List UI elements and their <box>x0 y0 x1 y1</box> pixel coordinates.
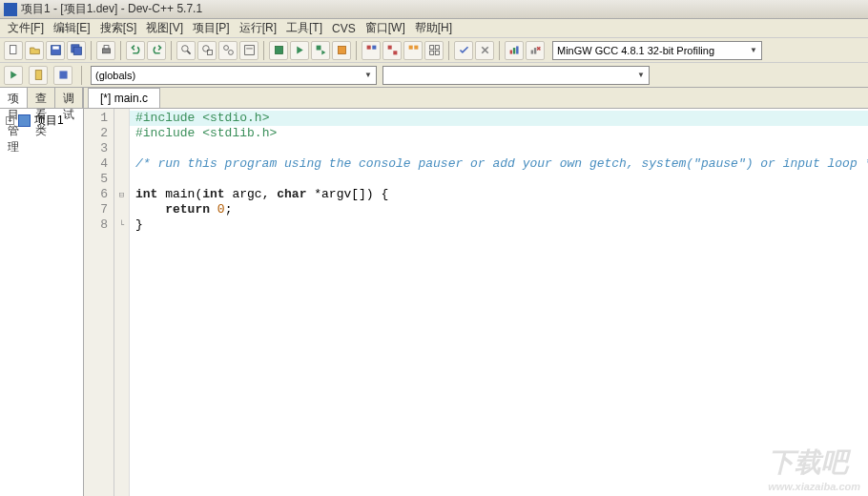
svg-rect-30 <box>516 46 518 53</box>
menu-run[interactable]: 运行[R] <box>239 20 277 36</box>
menu-help[interactable]: 帮助[H] <box>415 20 452 36</box>
svg-rect-34 <box>59 71 67 78</box>
rebuild-button[interactable] <box>332 41 351 60</box>
separator <box>499 41 500 60</box>
menu-search[interactable]: 搜索[S] <box>100 20 137 36</box>
bookmark-button[interactable] <box>29 66 48 85</box>
svg-rect-33 <box>35 71 42 80</box>
tab-project[interactable]: 项目管理 <box>0 88 28 108</box>
chevron-down-icon: ▼ <box>364 71 372 79</box>
separator <box>91 41 92 60</box>
open-button[interactable] <box>25 41 44 60</box>
line-number: 6 <box>84 187 114 202</box>
run-button[interactable] <box>290 41 309 60</box>
toolbar-secondary: (globals) ▼ ▼ <box>0 63 868 88</box>
code-editor[interactable]: 1 2 3 4 5 6 7 8 ⊟ └ #include <stdio.h> <box>84 109 868 496</box>
fold-marker <box>114 202 129 217</box>
goto-button[interactable] <box>4 66 23 85</box>
fold-gutter: ⊟ └ <box>114 109 130 496</box>
find-next-button[interactable] <box>218 41 238 60</box>
compiler-select[interactable]: MinGW GCC 4.8.1 32-bit Profiling ▼ <box>552 41 762 60</box>
code-line: #include <stdio.h> <box>130 111 868 126</box>
svg-rect-27 <box>435 51 439 54</box>
svg-rect-23 <box>414 46 418 50</box>
fold-marker: └ <box>114 217 129 233</box>
code-lines[interactable]: #include <stdio.h> #include <stdlib.h> /… <box>130 109 868 496</box>
svg-rect-4 <box>73 47 81 54</box>
code-line: return 0; <box>130 202 868 217</box>
toggle-button[interactable] <box>53 66 72 85</box>
line-number: 7 <box>84 202 114 217</box>
grid-button[interactable] <box>424 41 444 60</box>
code-line: } <box>130 217 868 233</box>
profile-button[interactable] <box>403 41 423 60</box>
expand-icon[interactable]: + <box>6 116 14 125</box>
line-number: 8 <box>84 217 114 233</box>
svg-rect-21 <box>393 51 397 54</box>
code-line: /* run this program using the console pa… <box>130 156 868 172</box>
line-number: 2 <box>84 126 114 141</box>
line-gutter: 1 2 3 4 5 6 7 8 <box>84 109 114 496</box>
fold-marker[interactable]: ⊟ <box>114 187 129 202</box>
print-button[interactable] <box>96 41 115 60</box>
fold-marker <box>114 141 129 156</box>
close-button[interactable] <box>475 41 494 60</box>
fold-marker <box>114 156 129 172</box>
svg-rect-5 <box>102 49 110 53</box>
menu-file[interactable]: 文件[F] <box>8 20 44 36</box>
separator <box>263 41 264 60</box>
project-icon <box>18 114 31 127</box>
svg-point-9 <box>202 46 209 52</box>
menu-window[interactable]: 窗口[W] <box>365 20 405 36</box>
menu-view[interactable]: 视图[V] <box>146 20 183 36</box>
globals-select[interactable]: (globals) ▼ <box>91 66 377 85</box>
line-number: 1 <box>84 111 114 126</box>
fold-marker <box>114 172 129 187</box>
sidebar-tabs: 项目管理 查看类 调试 <box>0 88 83 109</box>
svg-rect-2 <box>52 46 59 49</box>
undo-button[interactable] <box>126 41 145 60</box>
svg-rect-25 <box>435 46 439 50</box>
line-number: 3 <box>84 141 114 156</box>
code-line: #include <stdlib.h> <box>130 126 868 141</box>
editor-pane: [*] main.c 1 2 3 4 5 6 7 8 ⊟ └ <box>84 88 868 496</box>
stop-button[interactable] <box>382 41 402 60</box>
check-button[interactable] <box>454 41 473 60</box>
window-title: 项目1 - [项目1.dev] - Dev-C++ 5.7.1 <box>21 1 202 17</box>
replace-button[interactable] <box>197 41 217 60</box>
save-button[interactable] <box>46 41 65 60</box>
menu-project[interactable]: 项目[P] <box>193 20 230 36</box>
find-button[interactable] <box>176 41 196 60</box>
menu-cvs[interactable]: CVS <box>332 22 356 35</box>
svg-line-8 <box>187 51 190 53</box>
menubar: 文件[F] 编辑[E] 搜索[S] 视图[V] 项目[P] 运行[R] 工具[T… <box>0 19 868 38</box>
code-line <box>130 141 868 156</box>
svg-rect-26 <box>429 51 433 54</box>
tab-debug[interactable]: 调试 <box>55 88 83 108</box>
editor-tabs: [*] main.c <box>84 88 868 109</box>
editor-tab-main[interactable]: [*] main.c <box>88 88 160 108</box>
new-file-button[interactable] <box>4 41 23 60</box>
separator <box>120 41 121 60</box>
chart-button[interactable] <box>505 41 524 60</box>
separator <box>356 41 357 60</box>
svg-rect-15 <box>275 46 282 53</box>
delete-chart-button[interactable] <box>526 41 545 60</box>
chevron-down-icon: ▼ <box>637 71 645 79</box>
compile-run-button[interactable] <box>311 41 330 60</box>
svg-rect-29 <box>512 48 514 54</box>
compile-button[interactable] <box>269 41 288 60</box>
members-select[interactable]: ▼ <box>382 66 650 85</box>
sidebar: 项目管理 查看类 调试 + 项目1 <box>0 88 84 496</box>
menu-tools[interactable]: 工具[T] <box>286 20 322 36</box>
debug-button[interactable] <box>362 41 381 60</box>
titlebar: 项目1 - [项目1.dev] - Dev-C++ 5.7.1 <box>0 0 868 19</box>
tree-item-label: 项目1 <box>34 113 64 129</box>
svg-rect-31 <box>530 51 532 54</box>
save-all-button[interactable] <box>67 41 86 60</box>
goto-line-button[interactable] <box>239 41 258 60</box>
tab-class[interactable]: 查看类 <box>28 88 55 108</box>
redo-button[interactable] <box>147 41 166 60</box>
menu-edit[interactable]: 编辑[E] <box>53 20 91 36</box>
svg-rect-16 <box>316 46 320 51</box>
